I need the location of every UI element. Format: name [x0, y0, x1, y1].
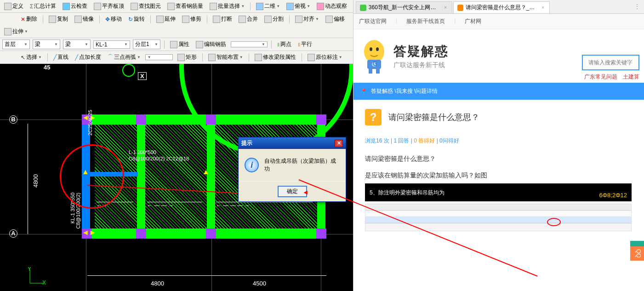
- define-button[interactable]: 定义: [2, 1, 25, 11]
- question-title: 请问梁密箍是什么意思？: [388, 112, 479, 123]
- copy-icon: [49, 16, 56, 23]
- dialog-close-button[interactable]: ✕: [335, 140, 343, 147]
- merge-icon: [239, 16, 246, 23]
- side-buttons: 关注我们 QQ咨询: [630, 241, 644, 261]
- red-highlight-circle: [60, 144, 124, 209]
- modbeam-button[interactable]: 修改梁段属性: [253, 52, 298, 62]
- browser-tab-2[interactable]: 请问梁密箍是什么意思？_广联达 ×: [453, 1, 550, 13]
- props-button[interactable]: 属性: [168, 40, 191, 49]
- blank2-select[interactable]: ▼: [145, 54, 173, 60]
- qq-button[interactable]: QQ咨询: [630, 246, 644, 261]
- editrebar-icon: [196, 41, 203, 48]
- nav-link-3[interactable]: 广材网: [465, 17, 481, 25]
- follow-button[interactable]: 关注我们: [630, 241, 644, 246]
- select-button[interactable]: ↖选择▼: [19, 52, 44, 62]
- axis-a: A: [9, 229, 17, 238]
- sum-button[interactable]: Σ汇总计算: [28, 1, 58, 11]
- split-button[interactable]: 分割: [262, 14, 285, 24]
- question-body: 请问梁密箍是什么意思？: [365, 155, 633, 163]
- view2d-button[interactable]: 二维▼: [254, 1, 282, 11]
- category-select[interactable]: 梁▼: [33, 40, 60, 49]
- svg-text:G: G: [373, 61, 377, 67]
- browser-tab-1[interactable]: 360导航_新一代安全上网导航 ×: [356, 1, 452, 13]
- editrebar-button[interactable]: 编辑钢筋: [194, 40, 228, 49]
- beam-label-2: C8@100/200(2) 2C12@18: [129, 156, 189, 161]
- name-select[interactable]: KL-1▼: [93, 40, 130, 49]
- browser-tabstrip: 360导航_新一代安全上网导航 × 请问梁密箍是什么意思？_广联达 × ⋮: [353, 0, 644, 14]
- line-button[interactable]: ╱直线: [51, 52, 70, 62]
- vbeam-label-3: 2C25;4C25: [87, 110, 93, 136]
- topview-button[interactable]: 俯视▼: [285, 1, 312, 11]
- break-button[interactable]: 打断: [211, 14, 234, 24]
- hot-link-1[interactable]: 广东常见问题: [584, 73, 617, 81]
- axis-x: X: [138, 72, 147, 80]
- main-toolbar-4: ↖选择▼ ╱直线 ╱点加长度 ⌒三点画弧▼ ▼ 矩形 智能布置▼ 修改梁段属性 …: [0, 51, 353, 64]
- twopoint-button[interactable]: ⫴两点: [275, 40, 293, 49]
- align-button[interactable]: 对齐▼: [293, 14, 321, 24]
- axis-b: B: [9, 115, 17, 124]
- smart-button[interactable]: 智能布置▼: [206, 52, 245, 62]
- merge-button[interactable]: 合并: [237, 14, 260, 24]
- embed-spec: 6Φ8;2Φ12: [599, 192, 627, 199]
- question-subtext: 是应该在钢筋算量的次梁加筋输入吗？如图: [365, 171, 633, 180]
- svg-point-6: [376, 47, 379, 51]
- dialog-message: 自动生成吊筋（次梁加筋）成功: [264, 157, 340, 173]
- origin-button[interactable]: 原位标注▼: [306, 52, 344, 62]
- props-icon: [170, 41, 177, 48]
- location-icon: 📍: [360, 88, 367, 95]
- move-button[interactable]: ✥移动: [103, 14, 124, 24]
- cloud-check-button[interactable]: 云检查: [61, 1, 89, 11]
- dialog-ok-button[interactable]: 确定◄: [278, 186, 307, 197]
- dim-4800-v: 4800: [32, 174, 39, 188]
- main-toolbar-3: 首层▼ 梁▼ 梁▼ KL-1▼ 分层1▼ 属性 编辑钢筋 ▼ ⫴两点 ⫴平行: [0, 38, 353, 51]
- tab-close-2[interactable]: ×: [540, 5, 546, 10]
- embedded-image-2: [365, 204, 632, 231]
- rebar-icon: [167, 3, 175, 10]
- origin-icon: [308, 54, 315, 61]
- layer-select[interactable]: 分层1▼: [133, 40, 160, 49]
- hot-link-2[interactable]: 土建算: [623, 73, 639, 81]
- tab-close-1[interactable]: ×: [443, 5, 448, 10]
- main-toolbar-1: 定义 Σ汇总计算 云检查 平齐板顶 查找图元 查看钢筋量 批量选择▼ 二维▼ 俯…: [0, 0, 353, 13]
- dynview-icon: [317, 3, 324, 10]
- site-header: G 答疑解惑 广联达服务新干线 广东常见问题 土建算: [353, 29, 644, 83]
- delete-button[interactable]: ✕删除: [19, 14, 39, 24]
- nav-link-2[interactable]: 服务新干线首页: [406, 17, 445, 25]
- svg-text:X: X: [42, 280, 46, 285]
- rect-button[interactable]: 矩形: [176, 52, 199, 62]
- breadcrumb-text: 答疑解惑 \我来搜 \问题详情: [371, 87, 438, 95]
- batch-icon: [210, 3, 217, 10]
- define-icon: [4, 3, 11, 10]
- batch-button[interactable]: 批量选择▼: [208, 1, 246, 11]
- mascot-icon: G: [360, 38, 388, 74]
- dim-4500-h: 4500: [253, 280, 266, 287]
- find-button[interactable]: 查找图元: [129, 1, 163, 11]
- svg-point-5: [370, 47, 372, 51]
- mirror-button[interactable]: 镜像: [73, 14, 96, 24]
- question-stats: 浏览16 次 | 1 回答 | 0 答得好 | 0问得好: [365, 137, 633, 145]
- copy-button[interactable]: 复制: [47, 14, 70, 24]
- view2d-icon: [256, 3, 263, 10]
- dialog-titlebar[interactable]: 提示 ✕: [239, 137, 346, 149]
- trim-button[interactable]: 修剪: [180, 14, 203, 24]
- search-input[interactable]: [582, 55, 639, 70]
- arc-button[interactable]: ⌒三点画弧▼: [106, 52, 142, 62]
- blank-select[interactable]: ▼: [231, 41, 268, 47]
- parallel-button[interactable]: ⫴平行: [296, 40, 314, 49]
- floor-select[interactable]: 首层▼: [2, 40, 30, 49]
- find-icon: [131, 3, 138, 10]
- stretch-button[interactable]: 拉伸▼: [2, 27, 30, 36]
- extend-button[interactable]: 延伸: [154, 14, 177, 24]
- type-select[interactable]: 梁▼: [63, 40, 91, 49]
- nav-link-1[interactable]: 广联达官网: [359, 17, 387, 25]
- offset-icon: [325, 16, 333, 23]
- tab-menu-icon[interactable]: ⋮: [633, 1, 642, 13]
- rebar-button[interactable]: 查看钢筋量: [165, 1, 205, 11]
- beam-label-1: L-1 200*500: [129, 149, 156, 155]
- dynview-button[interactable]: 动态观察: [315, 1, 349, 11]
- offset-button[interactable]: 偏移: [324, 14, 347, 24]
- tab-favicon-2: [457, 5, 463, 11]
- balance-button[interactable]: 平齐板顶: [92, 1, 126, 11]
- rotate-button[interactable]: ↻旋转: [126, 14, 147, 24]
- addpoint-button[interactable]: ╱点加长度: [73, 52, 103, 62]
